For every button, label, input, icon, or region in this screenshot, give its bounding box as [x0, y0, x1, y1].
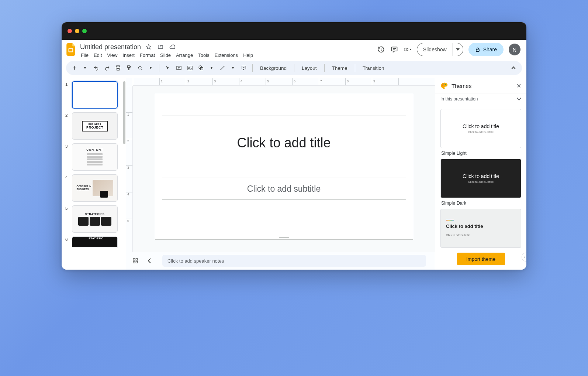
grid-view-icon[interactable]: [131, 257, 139, 265]
menu-extensions[interactable]: Extensions: [215, 52, 238, 58]
collapse-toolbar-icon[interactable]: [509, 63, 518, 73]
theme-card-simple-light[interactable]: Click to add title Click to add subtitle: [440, 109, 521, 148]
thumb-number: 4: [65, 174, 70, 202]
theme-card-title: Click to add title: [446, 223, 483, 229]
vertical-ruler: 12345: [126, 86, 133, 252]
window-close-dot[interactable]: [68, 29, 72, 33]
theme-card-streamline[interactable]: Click to add title Click to add subtitle: [440, 209, 521, 248]
themes-panel-title: Themes: [452, 83, 471, 89]
slide-thumbnail-3[interactable]: CONTENT: [72, 143, 118, 171]
close-icon[interactable]: ✕: [516, 82, 521, 89]
slideshow-button[interactable]: Slideshow: [417, 43, 453, 56]
slide-thumbnail-1[interactable]: [72, 81, 118, 109]
back-icon[interactable]: [145, 257, 153, 265]
image-tool[interactable]: [185, 63, 195, 73]
horizontal-ruler: [133, 78, 435, 86]
svg-point-18: [443, 83, 445, 85]
line-dropdown[interactable]: ▼: [228, 63, 238, 73]
slide-thumbnail-4[interactable]: CONCEPT INBUSINESS: [72, 174, 118, 202]
window-minimize-dot[interactable]: [75, 29, 79, 33]
account-avatar[interactable]: N: [509, 44, 520, 55]
new-slide-button[interactable]: [70, 63, 79, 73]
shape-dropdown[interactable]: ▼: [207, 63, 216, 73]
layout-button[interactable]: Layout: [298, 65, 321, 71]
speaker-notes-input[interactable]: Click to add speaker notes: [162, 255, 426, 267]
undo-button[interactable]: [91, 63, 101, 73]
new-slide-dropdown[interactable]: ▼: [80, 63, 90, 73]
theme-card-sub: Click to add subtitle: [468, 180, 494, 184]
theme-card-simple-dark[interactable]: Click to add title Click to add subtitle: [440, 159, 521, 198]
transition-button[interactable]: Transition: [359, 65, 388, 71]
background-button[interactable]: Background: [256, 65, 290, 71]
share-button[interactable]: Share: [468, 43, 504, 56]
menu-arrange[interactable]: Arrange: [176, 52, 193, 58]
cloud-status-icon[interactable]: [168, 43, 176, 51]
slide-thumbnail-6[interactable]: STATISTIC: [72, 236, 118, 247]
slide-thumbnail-5[interactable]: STRATEGIES: [72, 205, 118, 233]
subtitle-placeholder[interactable]: Click to add subtitle: [162, 178, 406, 200]
comments-icon[interactable]: [390, 45, 398, 54]
bottom-bar: Click to add speaker notes: [126, 252, 435, 270]
slideshow-dropdown[interactable]: [453, 43, 463, 56]
notes-resize-handle[interactable]: [279, 237, 289, 238]
thumb-number: 3: [65, 143, 70, 171]
filmstrip-scrollbar[interactable]: [123, 81, 125, 144]
comment-tool[interactable]: [239, 63, 249, 73]
svg-rect-2: [404, 48, 407, 51]
move-to-folder-icon[interactable]: [156, 43, 165, 51]
thumb-number: 2: [65, 112, 70, 140]
svg-rect-14: [136, 259, 138, 260]
title-placeholder-text: Click to add title: [237, 135, 331, 151]
menu-help[interactable]: Help: [243, 52, 253, 58]
toolbar: ▼ ▼ ▼ ▼ Background: [66, 61, 522, 75]
menu-view[interactable]: View: [107, 52, 117, 58]
app-window: Untitled presentation File Edit View Ins…: [62, 22, 526, 270]
thumb4-l2: BUSINESS: [76, 188, 91, 191]
menu-slide[interactable]: Slide: [160, 52, 171, 58]
textbox-tool[interactable]: [174, 63, 184, 73]
document-title[interactable]: Untitled presentation: [80, 43, 141, 51]
themes-section-label: In this presentation: [440, 96, 478, 102]
paint-format-button[interactable]: [124, 63, 134, 73]
menu-format[interactable]: Format: [140, 52, 155, 58]
theme-card-sub: Click to add subtitle: [468, 130, 494, 134]
slides-logo-icon: [66, 43, 76, 56]
select-tool[interactable]: [163, 63, 173, 73]
shape-tool[interactable]: [196, 63, 206, 73]
title-placeholder[interactable]: Click to add title: [162, 116, 406, 170]
slide-stage[interactable]: Click to add title Click to add subtitle: [133, 86, 435, 252]
svg-rect-15: [133, 261, 135, 263]
themes-panel: Themes ✕ In this presentation Click to a…: [435, 78, 526, 270]
star-icon[interactable]: [145, 43, 153, 51]
print-button[interactable]: [113, 63, 123, 73]
thumb-number: 5: [65, 205, 70, 233]
menu-insert[interactable]: Insert: [122, 52, 135, 58]
theme-card-title: Click to add title: [463, 173, 499, 179]
slide-canvas[interactable]: Click to add title Click to add subtitle: [155, 94, 413, 240]
slide-thumbnail-2[interactable]: BUSINESSPROJECT: [72, 112, 118, 140]
import-theme-button[interactable]: Import theme: [457, 253, 505, 265]
thumb6-label: STATISTIC: [86, 237, 103, 240]
svg-rect-1: [69, 49, 73, 51]
speaker-notes-placeholder: Click to add speaker notes: [167, 258, 224, 264]
menu-file[interactable]: File: [81, 52, 89, 58]
menu-edit[interactable]: Edit: [94, 52, 102, 58]
svg-rect-3: [476, 49, 479, 51]
theme-name: Simple Light: [441, 151, 520, 156]
history-icon[interactable]: [377, 45, 385, 54]
lock-icon: [475, 47, 480, 52]
theme-button[interactable]: Theme: [328, 65, 351, 71]
zoom-dropdown[interactable]: ▼: [146, 63, 155, 73]
menu-tools[interactable]: Tools: [198, 52, 209, 58]
thumb2-small: BUSINESS: [86, 123, 103, 125]
workspace: 1 2 BUSINESSPROJECT 3 CONTENT 4 CONCEPT …: [62, 78, 526, 270]
section-chevron-icon[interactable]: [517, 98, 521, 100]
line-tool[interactable]: [218, 63, 227, 73]
svg-point-17: [442, 85, 443, 86]
meet-icon[interactable]: [404, 45, 412, 54]
redo-button[interactable]: [102, 63, 112, 73]
window-zoom-dot[interactable]: [82, 29, 87, 33]
svg-point-7: [138, 66, 141, 69]
zoom-button[interactable]: [135, 63, 145, 73]
window-titlebar: [62, 22, 526, 40]
